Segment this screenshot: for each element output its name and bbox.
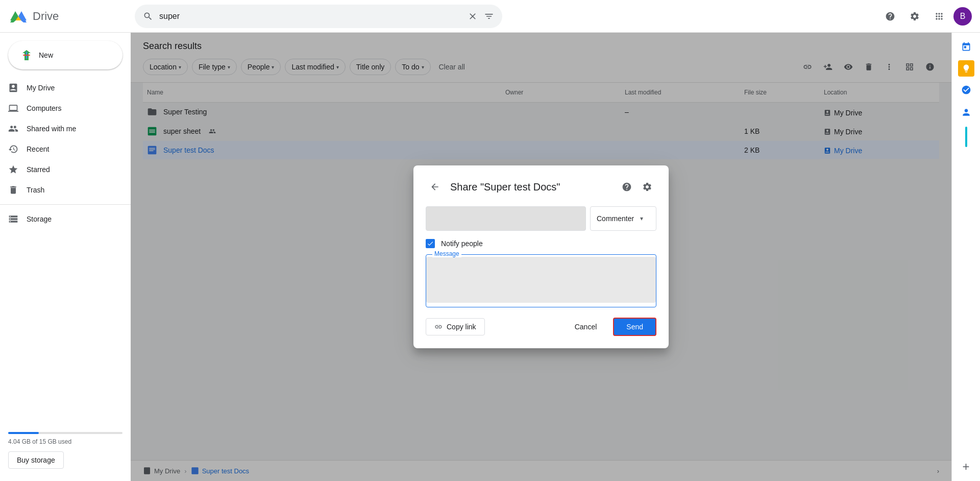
apps-grid-button[interactable] — [929, 6, 949, 27]
logo-area: Drive — [8, 6, 131, 27]
sidebar-item-computers[interactable]: Computers — [0, 98, 122, 118]
recent-icon — [8, 144, 18, 154]
link-icon — [434, 323, 443, 331]
dialog-footer-right: Cancel Send — [562, 318, 656, 336]
new-plus-icon — [20, 49, 33, 61]
sidebar-divider — [0, 204, 131, 205]
sidebar-item-storage: Storage — [0, 209, 122, 229]
sidebar-item-recent[interactable]: Recent — [0, 139, 122, 159]
cancel-button[interactable]: Cancel — [562, 319, 609, 335]
dialog-header-icons — [618, 178, 656, 196]
right-panel: + — [951, 33, 980, 481]
storage-section: 4.04 GB of 15 GB used Buy storage — [0, 424, 131, 477]
storage-text: 4.04 GB of 15 GB used — [8, 438, 122, 445]
storage-bar — [8, 432, 122, 434]
share-email-input[interactable] — [426, 206, 586, 231]
computers-icon — [8, 103, 18, 113]
storage-fill — [8, 432, 39, 434]
message-textarea[interactable] — [426, 257, 656, 303]
search-bar — [135, 5, 502, 28]
dialog-title: Share "Super test Docs" — [450, 181, 611, 193]
share-input-row: Commenter ▾ — [426, 206, 656, 231]
right-panel-note-icon[interactable] — [958, 60, 974, 77]
share-dialog: Share "Super test Docs" Commenter — [413, 165, 669, 348]
my-drive-icon — [8, 83, 18, 93]
sidebar-item-starred[interactable]: Starred — [0, 159, 122, 180]
sidebar-item-shared-with-me[interactable]: Shared with me — [0, 118, 122, 139]
notify-row: Notify people — [426, 239, 656, 248]
sidebar-item-my-drive[interactable]: My Drive — [0, 78, 122, 98]
topbar: Drive B — [0, 0, 980, 33]
dialog-settings-button[interactable] — [638, 178, 656, 196]
starred-icon — [8, 164, 18, 175]
dialog-header: Share "Super test Docs" — [426, 178, 656, 196]
svg-rect-10 — [23, 55, 30, 56]
message-field-container: Message — [426, 254, 656, 307]
sidebar: New My Drive Computers Shared with me Re… — [0, 33, 131, 481]
help-circle-button[interactable] — [880, 6, 900, 27]
filter-icon[interactable] — [484, 11, 494, 21]
right-panel-teal-indicator — [965, 127, 967, 147]
computers-label: Computers — [27, 104, 61, 112]
shared-with-me-label: Shared with me — [27, 125, 76, 133]
search-icon — [143, 11, 153, 21]
trash-label: Trash — [27, 186, 44, 194]
new-button-label: New — [39, 51, 53, 59]
storage-icon — [8, 214, 18, 224]
clear-search-icon[interactable] — [468, 11, 478, 21]
settings-button[interactable] — [904, 6, 925, 27]
storage-label: Storage — [27, 215, 52, 223]
right-panel-tasks-icon[interactable] — [956, 80, 976, 100]
dialog-footer: Copy link Cancel Send — [426, 318, 656, 336]
copy-link-button[interactable]: Copy link — [426, 318, 485, 335]
share-dialog-overlay: Share "Super test Docs" Commenter — [131, 33, 951, 481]
content-area: Search results Location ▾ File type ▾ Pe… — [131, 33, 951, 481]
my-drive-label: My Drive — [27, 84, 55, 92]
starred-label: Starred — [27, 165, 50, 174]
topbar-right: B — [880, 6, 972, 27]
sidebar-item-trash[interactable]: Trash — [0, 180, 122, 200]
notify-checkbox[interactable] — [426, 239, 435, 248]
send-button[interactable]: Send — [613, 318, 656, 336]
role-chevron-icon: ▾ — [640, 215, 643, 222]
dialog-help-button[interactable] — [618, 178, 636, 196]
notify-label: Notify people — [441, 239, 483, 248]
search-input[interactable] — [159, 12, 461, 21]
trash-icon — [8, 185, 18, 195]
dialog-back-button[interactable] — [426, 178, 444, 196]
app-title: Drive — [33, 10, 59, 23]
right-panel-add-button[interactable]: + — [956, 456, 976, 477]
new-button[interactable]: New — [8, 41, 122, 69]
message-label: Message — [432, 250, 461, 257]
right-panel-calendar-icon[interactable] — [956, 37, 976, 57]
buy-storage-button[interactable]: Buy storage — [8, 451, 64, 469]
right-panel-contacts-icon[interactable] — [956, 102, 976, 123]
shared-with-me-icon — [8, 124, 18, 134]
role-dropdown[interactable]: Commenter ▾ — [590, 206, 656, 231]
main-layout: New My Drive Computers Shared with me Re… — [0, 33, 980, 481]
drive-logo-icon — [8, 6, 29, 27]
recent-label: Recent — [27, 145, 49, 153]
avatar[interactable]: B — [953, 7, 972, 26]
